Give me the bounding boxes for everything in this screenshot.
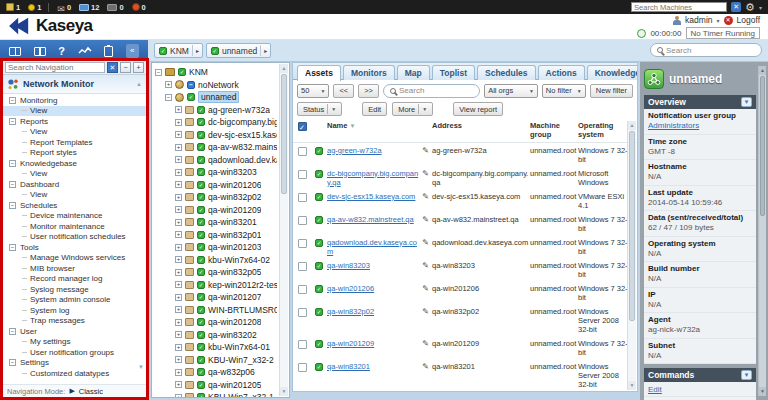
device-tree-node[interactable]: + kbu-Win7x64-02 [155, 254, 277, 267]
sidebar-item[interactable]: User notification schedules [3, 232, 146, 243]
chevron-down-icon[interactable]: ▼ [741, 97, 752, 107]
prev-page-button[interactable]: << [333, 84, 354, 98]
timer-status[interactable]: No Timer Running [686, 27, 760, 39]
sidebar-item[interactable]: Monitor maintenance [3, 221, 146, 232]
scrollbar-thumb[interactable] [760, 76, 765, 216]
scrollbar[interactable]: ▲ ▼ [627, 121, 636, 390]
collapse-icon[interactable]: − [9, 328, 16, 335]
edit-pencil-icon[interactable]: ✎ [419, 238, 432, 247]
sidebar-item[interactable]: User notification groups [3, 347, 146, 358]
module-tab[interactable]: KNM ▸ [154, 43, 203, 58]
collapse-icon[interactable]: − [9, 97, 16, 104]
device-tree-node[interactable]: + ag-green-w732a [155, 104, 277, 117]
status-counter[interactable]: 0 [132, 3, 146, 12]
sidebar-section[interactable]: − User [3, 326, 146, 337]
gear-icon[interactable]: ⚙ [745, 2, 755, 13]
scroll-up-icon[interactable]: ▲ [280, 64, 288, 73]
edit-pencil-icon[interactable]: ✎ [419, 362, 432, 371]
table-row[interactable]: dc-bigcompany.big.company.qa ✎ dc-bigcom… [293, 166, 637, 189]
expander-icon[interactable]: + [175, 181, 182, 188]
clear-search-icon[interactable]: ✕ [731, 2, 741, 12]
sidebar-item[interactable]: View [3, 190, 146, 201]
expander-icon[interactable]: + [175, 106, 182, 113]
machine-name-link[interactable]: dc-bigcompany.big.company.qa [327, 169, 418, 187]
device-tree-node[interactable]: + dc-bigcompany.big.company.qa [155, 116, 277, 129]
device-tree-node[interactable]: + qa-win832p02 [155, 191, 277, 204]
sidebar-section[interactable]: − Schedules [3, 200, 146, 211]
navigation-mode-value[interactable]: Classic [79, 387, 103, 396]
edit-pencil-icon[interactable]: ✎ [419, 192, 432, 201]
row-checkbox[interactable] [298, 340, 307, 349]
org-filter-select[interactable]: All orgs ▼ [484, 84, 538, 98]
scroll-up-icon[interactable]: ▲ [628, 121, 636, 130]
column-address[interactable]: Address [432, 121, 530, 130]
expander-icon[interactable]: + [175, 119, 182, 126]
sidebar-item[interactable]: Device maintenance [3, 211, 146, 222]
scrollbar-thumb[interactable] [629, 131, 635, 321]
expander-icon[interactable]: + [175, 369, 182, 376]
scroll-down-icon[interactable]: ▼ [280, 387, 288, 396]
expander-icon[interactable]: + [175, 269, 182, 276]
device-tree-node[interactable]: + qa-win83202 [155, 329, 277, 342]
edit-pencil-icon[interactable]: ✎ [419, 284, 432, 293]
device-tree-node[interactable]: + qa-win201206 [155, 179, 277, 192]
close-icon[interactable]: ✕ [107, 62, 118, 73]
table-row[interactable]: qa-win201206 ✎ qa-win201206 unnamed.root… [293, 281, 637, 304]
expander-icon[interactable]: + [175, 131, 182, 138]
row-checkbox[interactable] [298, 147, 307, 156]
device-tree-node[interactable]: − unnamed [155, 91, 277, 104]
expander-icon[interactable]: + [175, 219, 182, 226]
scroll-down-icon[interactable]: ▼ [628, 381, 636, 390]
column-operating-system[interactable]: Operating system [578, 121, 629, 139]
device-tree-node[interactable]: + qa-win832p01 [155, 229, 277, 242]
device-tree-node[interactable]: + KBU-Win7_x32-2 [155, 354, 277, 367]
collapse-icon[interactable]: − [9, 244, 16, 251]
main-tab[interactable]: Schedules [477, 65, 536, 80]
row-checkbox[interactable] [298, 239, 307, 248]
edit-pencil-icon[interactable]: ✎ [419, 215, 432, 224]
expander-icon[interactable]: + [175, 306, 182, 313]
chevron-down-icon[interactable]: ▾ [759, 4, 762, 11]
main-tab[interactable]: Toplist [432, 65, 475, 80]
sidebar-item[interactable]: Record manager log [3, 274, 146, 285]
scroll-down-icon[interactable]: ▼ [138, 364, 144, 370]
table-row[interactable]: qa-win201209 ✎ qa-win201209 unnamed.root… [293, 336, 637, 359]
row-checkbox[interactable] [298, 308, 307, 317]
device-tree-node[interactable]: + dev-sjc-esx15.kaseya.com [155, 129, 277, 142]
main-tab[interactable]: Monitors [343, 65, 395, 80]
expander-icon[interactable]: + [175, 244, 182, 251]
scroll-up-icon[interactable]: ▲ [136, 81, 142, 87]
main-tab[interactable]: Map [397, 65, 430, 80]
device-tree-node[interactable]: + noNetwork [155, 79, 277, 92]
expander-icon[interactable]: + [175, 319, 182, 326]
quick-search-box[interactable]: Search [650, 43, 762, 57]
status-button[interactable]: Status ▼ [297, 102, 342, 116]
expander-icon[interactable]: + [175, 206, 182, 213]
column-name[interactable]: Name ▼ [327, 121, 419, 130]
row-checkbox[interactable] [298, 193, 307, 202]
sidebar-item[interactable]: My settings [3, 337, 146, 348]
machine-name-link[interactable]: qa-av-w832.mainstreet.qa [327, 215, 414, 224]
expander-icon[interactable]: + [175, 356, 182, 363]
view-report-button[interactable]: View report [453, 102, 503, 116]
collapse-all-icon[interactable]: − [120, 62, 131, 73]
sidebar-item[interactable]: View [3, 169, 146, 180]
device-tree-node[interactable]: + qadownload.dev.kaseya.com [155, 154, 277, 167]
expander-icon[interactable]: + [175, 169, 182, 176]
column-machine-group[interactable]: Machine group [530, 121, 578, 139]
device-tree-root[interactable]: − KNM [155, 66, 277, 79]
status-counter[interactable]: 0 [107, 3, 123, 12]
expander-icon[interactable]: + [175, 394, 182, 398]
main-tab[interactable]: Actions [538, 65, 585, 80]
sidebar-item[interactable]: Manage Windows services [3, 253, 146, 264]
sidebar-item[interactable]: Report styles [3, 148, 146, 159]
expander-icon[interactable]: − [165, 94, 172, 101]
expander-icon[interactable]: + [175, 294, 182, 301]
row-checkbox[interactable] [298, 216, 307, 225]
device-tree-node[interactable]: + qa-win832p05 [155, 266, 277, 279]
expander-icon[interactable]: + [175, 281, 182, 288]
chevron-down-icon[interactable]: ▼ [741, 370, 752, 380]
logoff-button[interactable]: Logoff [737, 15, 760, 25]
expander-icon[interactable]: + [175, 344, 182, 351]
main-tab[interactable]: Assets [297, 65, 341, 81]
